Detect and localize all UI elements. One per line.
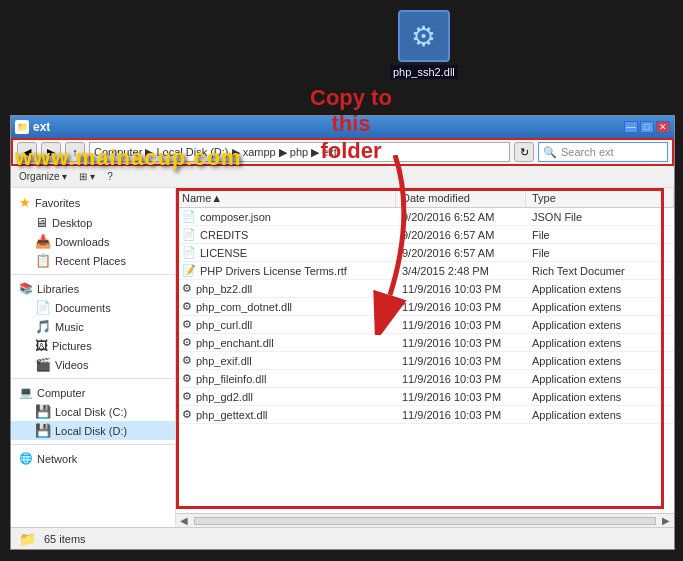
views-button[interactable]: ⊞ ▾ [75, 170, 99, 183]
window-title: ext [33, 120, 50, 134]
type-column-header[interactable]: Type [526, 188, 674, 207]
sidebar-item-videos[interactable]: 🎬 Videos [11, 355, 175, 374]
minimize-button[interactable]: — [624, 121, 638, 133]
horizontal-scrollbar[interactable]: ◀ ▶ [176, 513, 674, 527]
d-drive-icon: 💾 [35, 423, 51, 438]
file-date: 11/9/2016 10:03 PM [396, 319, 526, 331]
sidebar-item-recent[interactable]: 📋 Recent Places [11, 251, 175, 270]
libraries-section: 📚 Libraries 📄 Documents 🎵 Music 🖼 Pictur… [11, 279, 175, 374]
sidebar-item-music[interactable]: 🎵 Music [11, 317, 175, 336]
table-row[interactable]: ⚙ php_bz2.dll 11/9/2016 10:03 PM Applica… [176, 280, 674, 298]
sidebar-divider-1 [11, 274, 175, 275]
file-icon: ⚙ [182, 282, 192, 295]
favorites-header[interactable]: ★ Favorites [11, 192, 175, 213]
file-date: 11/9/2016 10:03 PM [396, 409, 526, 421]
table-row[interactable]: ⚙ php_curl.dll 11/9/2016 10:03 PM Applic… [176, 316, 674, 334]
table-row[interactable]: ⚙ php_enchant.dll 11/9/2016 10:03 PM App… [176, 334, 674, 352]
table-row[interactable]: ⚙ php_exif.dll 11/9/2016 10:03 PM Applic… [176, 352, 674, 370]
sidebar-divider-3 [11, 444, 175, 445]
file-date: 11/9/2016 10:03 PM [396, 301, 526, 313]
sidebar-item-downloads[interactable]: 📥 Downloads [11, 232, 175, 251]
organize-button[interactable]: Organize ▾ [15, 170, 71, 183]
file-type: Application extens [526, 301, 674, 313]
sidebar-item-pictures[interactable]: 🖼 Pictures [11, 336, 175, 355]
c-drive-label: Local Disk (C:) [55, 406, 127, 418]
file-type: Application extens [526, 373, 674, 385]
file-name: php_bz2.dll [196, 283, 252, 295]
downloads-icon: 📥 [35, 234, 51, 249]
file-type: Application extens [526, 283, 674, 295]
file-icon: ⚙ [182, 354, 192, 367]
table-row[interactable]: ⚙ php_com_dotnet.dll 11/9/2016 10:03 PM … [176, 298, 674, 316]
table-row[interactable]: ⚙ php_fileinfo.dll 11/9/2016 10:03 PM Ap… [176, 370, 674, 388]
libraries-header[interactable]: 📚 Libraries [11, 279, 175, 298]
favorites-label: Favorites [35, 197, 80, 209]
watermark: www.mainacup.com [15, 145, 242, 171]
date-column-header[interactable]: Date modified [396, 188, 526, 207]
close-button[interactable]: ✕ [656, 121, 670, 133]
title-controls: — □ ✕ [624, 121, 670, 133]
refresh-button[interactable]: ↻ [514, 142, 534, 162]
sidebar-item-c-drive[interactable]: 💾 Local Disk (C:) [11, 402, 175, 421]
file-date: 9/20/2016 6:52 AM [396, 211, 526, 223]
sidebar-divider-2 [11, 378, 175, 379]
table-row[interactable]: 📝 PHP Drivers License Terms.rtf 3/4/2015… [176, 262, 674, 280]
downloads-label: Downloads [55, 236, 109, 248]
file-type: Application extens [526, 319, 674, 331]
title-bar-left: 📁 ext [15, 120, 50, 134]
pictures-label: Pictures [52, 340, 92, 352]
file-type: Rich Text Documer [526, 265, 674, 277]
file-type: Application extens [526, 355, 674, 367]
title-bar: 📁 ext — □ ✕ [11, 116, 674, 138]
network-section: 🌐 Network [11, 449, 175, 468]
file-date: 9/20/2016 6:57 AM [396, 247, 526, 259]
computer-icon: 💻 [19, 386, 33, 399]
file-date: 11/9/2016 10:03 PM [396, 391, 526, 403]
table-row[interactable]: ⚙ php_gd2.dll 11/9/2016 10:03 PM Applica… [176, 388, 674, 406]
file-icon: 📝 [182, 264, 196, 277]
file-area: Name ▲ Date modified Type 📄 composer.jso… [176, 188, 674, 527]
sidebar-item-desktop[interactable]: 🖥 Desktop [11, 213, 175, 232]
status-count: 65 items [44, 533, 86, 545]
network-header[interactable]: 🌐 Network [11, 449, 175, 468]
file-name: php_gd2.dll [196, 391, 253, 403]
desktop-label: Desktop [52, 217, 92, 229]
videos-label: Videos [55, 359, 88, 371]
file-type: JSON File [526, 211, 674, 223]
sidebar-item-documents[interactable]: 📄 Documents [11, 298, 175, 317]
table-row[interactable]: 📄 CREDITS 9/20/2016 6:57 AM File [176, 226, 674, 244]
file-date: 9/20/2016 6:57 AM [396, 229, 526, 241]
d-drive-label: Local Disk (D:) [55, 425, 127, 437]
help-button[interactable]: ? [103, 170, 117, 183]
file-date: 11/9/2016 10:03 PM [396, 337, 526, 349]
file-name: php_enchant.dll [196, 337, 274, 349]
recent-icon: 📋 [35, 253, 51, 268]
c-drive-icon: 💾 [35, 404, 51, 419]
explorer-window: 📁 ext — □ ✕ ◀ ▶ ↑ Computer ▶ Local Disk … [10, 115, 675, 550]
table-row[interactable]: 📄 LICENSE 9/20/2016 6:57 AM File [176, 244, 674, 262]
file-date: 11/9/2016 10:03 PM [396, 373, 526, 385]
file-date: 11/9/2016 10:03 PM [396, 283, 526, 295]
name-column-header[interactable]: Name ▲ [176, 188, 396, 207]
table-row[interactable]: 📄 composer.json 9/20/2016 6:52 AM JSON F… [176, 208, 674, 226]
documents-label: Documents [55, 302, 111, 314]
sidebar-item-d-drive[interactable]: 💾 Local Disk (D:) [11, 421, 175, 440]
file-type: File [526, 247, 674, 259]
table-row[interactable]: ⚙ php_gettext.dll 11/9/2016 10:03 PM App… [176, 406, 674, 424]
music-icon: 🎵 [35, 319, 51, 334]
floating-dll-icon: php_ssh2.dll [390, 10, 458, 79]
videos-icon: 🎬 [35, 357, 51, 372]
column-headers: Name ▲ Date modified Type [176, 188, 674, 208]
file-name: composer.json [200, 211, 271, 223]
search-box[interactable]: 🔍 Search ext [538, 142, 668, 162]
file-icon: ⚙ [182, 390, 192, 403]
search-placeholder: Search ext [561, 146, 614, 158]
file-name: PHP Drivers License Terms.rtf [200, 265, 347, 277]
file-icon: ⚙ [182, 336, 192, 349]
computer-header[interactable]: 💻 Computer [11, 383, 175, 402]
file-icon: 📄 [182, 210, 196, 223]
network-label: Network [37, 453, 77, 465]
maximize-button[interactable]: □ [640, 121, 654, 133]
file-icon: ⚙ [182, 300, 192, 313]
computer-label: Computer [37, 387, 85, 399]
